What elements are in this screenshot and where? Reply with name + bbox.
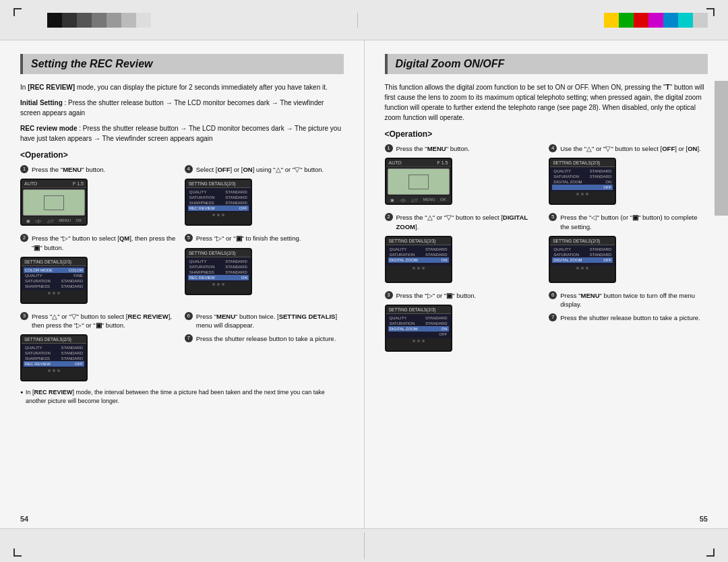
menu-step5: SETTING DETAILS(2/3) QUALITYSTANDARD SAT… (185, 248, 252, 295)
color-strip-right (604, 13, 708, 28)
top-bar (0, 0, 728, 40)
rec-review-text: REC review mode : Press the shutter rele… (20, 123, 344, 144)
left-section-banner: Setting the REC Review (20, 54, 344, 74)
checker-strip-left (47, 13, 151, 28)
right-step-4: 4 Use the "△" or "▽" button to select [O… (549, 144, 708, 208)
right-step-5: 5 Press the "◁" button (or "▣" button) t… (549, 213, 708, 286)
right-step-3: 3 Press the "▷" or "▣" button. SETTING D… (385, 291, 544, 354)
page-divider (364, 532, 365, 559)
right-menu-step5: SETTING DETAILS(2/3) QUALITYSTANDARD SAT… (549, 236, 616, 283)
right-accent-bar (715, 81, 728, 216)
menu-step3: SETTING DETAILS(2/3) QUALITYSTANDARD SAT… (20, 334, 88, 381)
menu-step4: SETTING DETAILS(2/3) QUALITYSTANDARD SAT… (185, 179, 252, 226)
right-menu-step3: SETTING DETAILS(2/3) QUALITYSTANDARD SAT… (385, 305, 452, 352)
menu-step2: SETTING DETAILS(2/3) COLOR MODECOLOR QUA… (20, 257, 88, 304)
step-6-7: 6 Press "MENU" button twice. [SETTING DE… (185, 312, 344, 385)
main-content: Setting the REC Review In [REC REVIEW] m… (0, 40, 728, 528)
right-section-title: Digital Zoom ON/OFF (396, 58, 700, 70)
right-page: Digital Zoom ON/OFF This function allows… (365, 40, 729, 528)
top-bar-right (357, 13, 708, 28)
left-page: Setting the REC Review In [REC REVIEW] m… (0, 40, 365, 528)
left-section-title: Setting the REC Review (31, 58, 336, 70)
step-2: 2 Press the "▷" button to select [QM], t… (20, 234, 179, 307)
step-1: 1 Press the "MENU" button. AUTOF 1.5 ▣◁▷… (20, 165, 179, 228)
top-bar-left (20, 13, 357, 28)
intro-text: In [REC REVIEW] mode, you can display th… (20, 82, 344, 92)
bottom-bar (0, 528, 728, 562)
bullet-note: In [REC REVIEW] mode, the interval betwe… (20, 388, 344, 405)
page-number-right: 55 (700, 515, 708, 523)
right-menu-step2: SETTING DETAILS(2/3) QUALITYSTANDARD SAT… (385, 236, 452, 283)
right-menu-step4: SETTING DETAILS(2/3) QUALITYSTANDARD SAT… (549, 158, 616, 205)
steps-grid-left: 1 Press the "MENU" button. AUTOF 1.5 ▣◁▷… (20, 165, 344, 384)
operation-title-left: <Operation> (20, 150, 344, 160)
lcd-step1: AUTOF 1.5 ▣◁▷△▽MENUOK (20, 179, 88, 226)
initial-setting-text: Initial Setting : Press the shutter rele… (20, 98, 344, 118)
right-lcd-step1: AUTOF 1.5 ▣◁▷△▽MENUOK (385, 158, 452, 205)
step-4: 4 Select [OFF] or [ON] using "△" or "▽" … (185, 165, 344, 228)
step-5: 5 Press "▷" or "▣" to finish the setting… (185, 234, 344, 307)
steps-grid-right: 1 Press the "MENU" button. AUTOF 1.5 ▣◁▷… (385, 144, 708, 354)
step-3: 3 Press "△" or "▽" button to select [REC… (20, 312, 179, 385)
right-intro-text: This function allows the digital zoom fu… (385, 82, 708, 123)
right-section-banner: Digital Zoom ON/OFF (385, 54, 708, 74)
right-step-1: 1 Press the "MENU" button. AUTOF 1.5 ▣◁▷… (385, 144, 544, 208)
page-number-left: 54 (20, 515, 28, 523)
right-step-2: 2 Press the "△" or "▽" button to select … (385, 213, 544, 286)
right-step-6-7: 6 Press "MENU" button twice to turn off … (549, 291, 708, 354)
operation-title-right: <Operation> (385, 129, 708, 139)
